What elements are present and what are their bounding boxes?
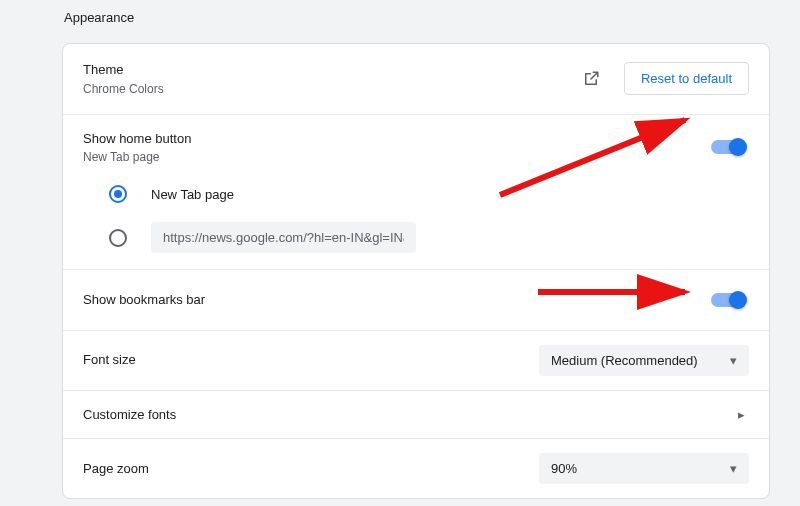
- radio-newtab[interactable]: [109, 185, 127, 203]
- show-home-button-row: Show home button New Tab page: [63, 115, 769, 173]
- show-home-toggle[interactable]: [711, 140, 745, 154]
- home-option-newtab[interactable]: New Tab page: [109, 174, 749, 214]
- open-external-icon[interactable]: [582, 70, 600, 88]
- bookmarks-bar-title: Show bookmarks bar: [83, 290, 711, 310]
- customize-fonts-title: Customize fonts: [83, 405, 738, 425]
- show-home-subtitle: New Tab page: [83, 148, 711, 166]
- page-zoom-value: 90%: [551, 461, 577, 476]
- font-size-value: Medium (Recommended): [551, 353, 698, 368]
- reset-to-default-button[interactable]: Reset to default: [624, 62, 749, 95]
- radio-newtab-label: New Tab page: [151, 187, 234, 202]
- page-zoom-row: Page zoom 90% ▾: [63, 439, 769, 498]
- page-zoom-dropdown[interactable]: 90% ▾: [539, 453, 749, 484]
- bookmarks-bar-toggle[interactable]: [711, 293, 745, 307]
- font-size-row: Font size Medium (Recommended) ▾: [63, 331, 769, 391]
- customize-fonts-row[interactable]: Customize fonts ▸: [63, 391, 769, 440]
- font-size-dropdown[interactable]: Medium (Recommended) ▾: [539, 345, 749, 376]
- theme-title: Theme: [83, 60, 582, 80]
- dropdown-arrow-icon: ▾: [730, 353, 737, 368]
- dropdown-arrow-icon: ▾: [730, 461, 737, 476]
- bookmarks-bar-row: Show bookmarks bar: [63, 270, 769, 331]
- page-zoom-title: Page zoom: [83, 459, 539, 479]
- section-title: Appearance: [64, 10, 770, 25]
- home-option-custom[interactable]: [109, 214, 749, 261]
- home-button-options: New Tab page: [63, 172, 769, 270]
- show-home-title: Show home button: [83, 129, 711, 149]
- font-size-title: Font size: [83, 350, 539, 370]
- theme-subtitle: Chrome Colors: [83, 80, 582, 98]
- theme-row[interactable]: Theme Chrome Colors Reset to default: [63, 44, 769, 115]
- custom-url-input[interactable]: [151, 222, 416, 253]
- radio-custom-url[interactable]: [109, 229, 127, 247]
- chevron-right-icon: ▸: [738, 407, 745, 422]
- appearance-card: Theme Chrome Colors Reset to default Sho…: [62, 43, 770, 499]
